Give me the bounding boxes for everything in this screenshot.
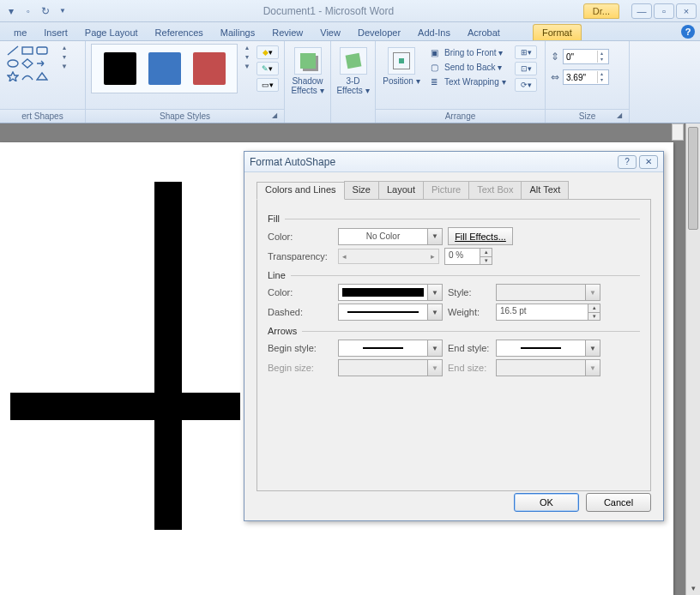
shape-fill-button[interactable]: ◆▾ — [256, 45, 279, 59]
send-to-back-button[interactable]: ▢Send to Back ▾ — [425, 60, 511, 74]
bring-to-front-button[interactable]: ▣Bring to Front ▾ — [425, 45, 511, 59]
triangle-shape-icon[interactable] — [36, 71, 48, 81]
svg-marker-4 — [22, 59, 33, 68]
qat-menu-icon[interactable]: ▼ — [55, 3, 70, 19]
end-size-combo: ▼ — [496, 359, 600, 376]
tab-references[interactable]: References — [147, 25, 212, 40]
tab-insert[interactable]: Insert — [35, 25, 76, 40]
width-icon: ⇔ — [551, 71, 559, 83]
vertical-scrollbar[interactable]: ▴ ▾ — [685, 123, 700, 595]
style-swatch-blue[interactable] — [148, 52, 181, 85]
shape-style-gallery[interactable] — [91, 44, 238, 93]
tab-text-box: Text Box — [468, 181, 522, 199]
qat-dropdown-icon[interactable]: ▾ — [3, 3, 19, 19]
svg-point-3 — [8, 60, 18, 67]
shadow-effects-button[interactable]: Shadow Effects ▾ — [290, 44, 325, 95]
redo-icon[interactable]: ↻ — [38, 3, 53, 19]
format-autoshape-dialog: Format AutoShape ? ✕ Colors and Lines Si… — [244, 151, 664, 521]
style-down-icon[interactable]: ▾ — [245, 53, 249, 61]
dialog-title: Format AutoShape — [250, 156, 335, 168]
group-button[interactable]: ⊡▾ — [515, 62, 537, 75]
line-color-combo[interactable]: ▼ — [338, 284, 443, 301]
dialog-help-button[interactable]: ? — [618, 155, 637, 169]
send-back-icon: ▢ — [427, 60, 441, 74]
diamond-shape-icon[interactable] — [21, 58, 33, 69]
style-up-icon[interactable]: ▴ — [245, 44, 249, 51]
3d-effects-button[interactable]: 3-D Effects ▾ — [336, 44, 370, 95]
ruler-toggle[interactable] — [672, 123, 684, 141]
tab-format[interactable]: Format — [533, 24, 582, 40]
ribbon: ▴ ▾ ▼ ert Shapes ▴ ▾ ▼ ◆▾ ✎▾ ▭▾ — [0, 41, 700, 123]
ok-button[interactable]: OK — [514, 493, 579, 512]
width-spinner[interactable]: 3.69"▴▾ — [563, 69, 609, 85]
svg-marker-5 — [8, 72, 18, 81]
svg-line-0 — [8, 46, 18, 55]
window-close-button[interactable]: × — [676, 3, 697, 19]
text-wrapping-button[interactable]: ≣Text Wrapping ▾ — [425, 75, 511, 88]
tab-developer[interactable]: Developer — [349, 25, 409, 40]
line-weight-spinner[interactable]: 16.5 pt▴▾ — [496, 304, 600, 321]
tab-picture: Picture — [423, 181, 469, 199]
line-style-combo[interactable]: ▼ — [496, 284, 600, 301]
group-label-shape-styles: Shape Styles — [86, 109, 284, 123]
line-shape-icon[interactable] — [7, 45, 19, 56]
quick-access-toolbar: ▾ ◦ ↻ ▼ — [0, 3, 74, 19]
align-button[interactable]: ⊞▾ — [515, 45, 537, 59]
begin-style-combo[interactable]: ▼ — [338, 340, 443, 357]
help-icon[interactable]: ? — [681, 25, 695, 39]
star-shape-icon[interactable] — [7, 71, 19, 81]
tab-home[interactable]: me — [5, 25, 35, 40]
transparency-spinner[interactable]: 0 %▴▾ — [444, 248, 492, 265]
shape-horizontal-line[interactable] — [10, 393, 240, 420]
tab-layout[interactable]: Layout — [378, 181, 424, 199]
position-button[interactable]: Position ▾ — [381, 44, 422, 86]
tab-review[interactable]: Review — [263, 25, 311, 40]
style-swatch-red[interactable] — [193, 52, 226, 85]
rotate-button[interactable]: ⟳▾ — [515, 78, 537, 92]
style-more-icon[interactable]: ▼ — [244, 63, 250, 70]
gallery-up-icon[interactable]: ▴ — [63, 44, 66, 51]
svg-rect-1 — [22, 47, 33, 54]
fill-effects-button[interactable]: Fill Effects... — [448, 227, 513, 245]
tab-addins[interactable]: Add-Ins — [409, 25, 459, 40]
end-style-combo[interactable]: ▼ — [496, 340, 600, 357]
restore-button[interactable]: ▫ — [654, 3, 674, 19]
shape-outline-button[interactable]: ✎▾ — [256, 62, 279, 75]
height-spinner[interactable]: 0"▴▾ — [563, 49, 609, 64]
contextual-tab-drawing[interactable]: Dr... — [583, 3, 619, 19]
ribbon-tabs: me Insert Page Layout References Mailing… — [0, 22, 700, 41]
minimize-button[interactable]: — — [631, 3, 652, 19]
tab-mailings[interactable]: Mailings — [212, 25, 263, 40]
change-shape-button[interactable]: ▭▾ — [256, 78, 279, 92]
cancel-button[interactable]: Cancel — [586, 493, 651, 512]
tab-colors-lines[interactable]: Colors and Lines — [256, 182, 345, 200]
rect-shape-icon[interactable] — [21, 45, 33, 56]
roundrect-shape-icon[interactable] — [36, 45, 48, 56]
gallery-more-icon[interactable]: ▼ — [61, 63, 68, 70]
shapes-gallery[interactable] — [5, 44, 55, 83]
tab-size[interactable]: Size — [344, 181, 379, 199]
dialog-tabs: Colors and Lines Size Layout Picture Tex… — [256, 181, 651, 200]
transparency-slider[interactable]: ◂▸ — [338, 249, 439, 264]
line-dashed-combo[interactable]: ▼ — [338, 304, 443, 321]
dialog-launcher-icon[interactable]: ◢ — [272, 111, 282, 122]
tab-acrobat[interactable]: Acrobat — [459, 25, 509, 40]
tab-page-layout[interactable]: Page Layout — [76, 25, 147, 40]
shape-vertical-line[interactable] — [154, 182, 182, 530]
chevron-down-icon: ▼ — [427, 229, 442, 244]
tab-alt-text[interactable]: Alt Text — [521, 181, 569, 199]
dialog-title-bar[interactable]: Format AutoShape ? ✕ — [244, 152, 663, 172]
fill-color-combo[interactable]: No Color▼ — [338, 228, 443, 245]
tab-view[interactable]: View — [311, 25, 349, 40]
oval-shape-icon[interactable] — [7, 58, 19, 69]
size-dialog-launcher-icon[interactable]: ◢ — [617, 111, 627, 122]
arrow-shape-icon[interactable] — [36, 58, 48, 69]
curve-shape-icon[interactable] — [21, 71, 33, 81]
style-swatch-black[interactable] — [104, 52, 136, 85]
bring-front-icon: ▣ — [427, 45, 441, 59]
dialog-close-button[interactable]: ✕ — [639, 155, 658, 169]
gallery-down-icon[interactable]: ▾ — [63, 53, 66, 61]
scroll-down-icon[interactable]: ▾ — [686, 580, 700, 595]
begin-size-combo: ▼ — [338, 359, 443, 376]
scroll-thumb[interactable] — [688, 127, 698, 230]
